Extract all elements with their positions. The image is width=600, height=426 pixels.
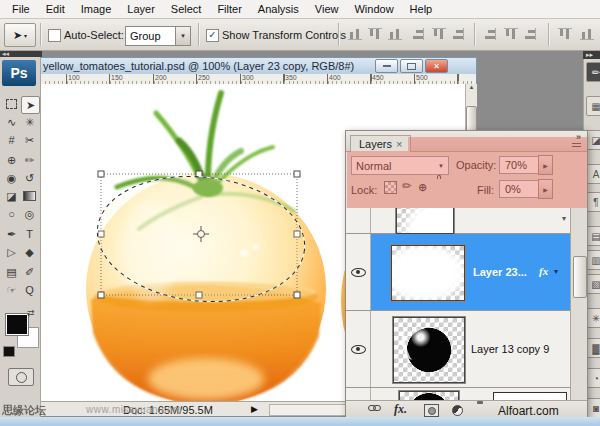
dock-paragraph-panel-icon[interactable]: ¶: [586, 192, 600, 212]
default-colors-icon[interactable]: [3, 346, 15, 357]
dock-clone-source-panel-icon[interactable]: ▦: [586, 96, 600, 116]
layer-thumbnail[interactable]: [399, 391, 459, 400]
tool-pen[interactable]: ✒: [3, 226, 20, 242]
scroll-up-icon[interactable]: ▲: [469, 84, 475, 90]
tool-eyedropper[interactable]: ✐: [21, 264, 38, 280]
menu-layer[interactable]: Layer: [119, 3, 163, 15]
menu-window[interactable]: Window: [346, 3, 401, 15]
transform-handle[interactable]: [294, 292, 300, 298]
swap-colors-icon[interactable]: ⇄: [27, 308, 35, 318]
tool-path-selection[interactable]: ▷: [3, 244, 20, 260]
layer-name[interactable]: Layer 13 copy 9: [471, 343, 549, 355]
dock-info-panel-icon[interactable]: ▧: [586, 274, 600, 294]
visibility-column[interactable]: [346, 311, 371, 387]
distribute-bottom-edges-button[interactable]: [524, 28, 538, 40]
quick-mask-mode-button[interactable]: [8, 368, 34, 386]
dock-history-panel-icon[interactable]: ◔: [586, 368, 600, 388]
layers-tab[interactable]: Layers ×: [350, 135, 411, 152]
layer-thumbnail[interactable]: [396, 208, 454, 234]
distribute-left-edges-button[interactable]: [558, 28, 572, 40]
opacity-value-field[interactable]: 70%: [499, 156, 542, 174]
show-transform-controls-checkbox[interactable]: ✓: [206, 29, 219, 42]
tab-close-icon[interactable]: ×: [396, 138, 402, 150]
tool-eraser[interactable]: ◪: [3, 188, 20, 204]
lock-position-icon[interactable]: ⊕: [418, 181, 427, 194]
tool-lasso[interactable]: ∿: [3, 114, 20, 130]
dock-collapse-grip[interactable]: ▸▸: [583, 50, 600, 59]
layer-thumbnail[interactable]: [391, 245, 465, 301]
maximize-button[interactable]: [400, 59, 423, 73]
layer-style-icon[interactable]: fx.: [394, 402, 407, 417]
menu-filter[interactable]: Filter: [209, 3, 249, 15]
auto-select-checkbox[interactable]: [48, 29, 61, 42]
dock-actions-panel-icon[interactable]: ✳: [586, 308, 600, 328]
layer-name-box[interactable]: [493, 392, 567, 400]
tool-notes[interactable]: ▤: [3, 264, 20, 280]
layer-thumbnail[interactable]: [393, 317, 465, 383]
dock-styles-panel-icon[interactable]: ▤: [586, 226, 600, 246]
layer-fx-badge[interactable]: fx: [539, 265, 548, 277]
add-layer-mask-icon[interactable]: [424, 404, 439, 417]
tool-type[interactable]: T: [21, 226, 38, 242]
tool-rectangular-marquee[interactable]: [3, 96, 20, 112]
menu-view[interactable]: View: [307, 3, 347, 15]
close-button[interactable]: ✕: [425, 59, 448, 73]
row-arrow-icon[interactable]: ▾: [562, 214, 566, 223]
status-options-arrow[interactable]: ▶: [251, 404, 258, 414]
visibility-eye-icon[interactable]: [351, 342, 366, 355]
dock-histogram-panel-icon[interactable]: ▓: [586, 338, 600, 358]
lock-paint-icon[interactable]: ✏: [402, 179, 412, 193]
layer-row[interactable]: Layer 13 copy 9: [346, 311, 570, 388]
align-top-edges-button[interactable]: [348, 28, 362, 40]
tool-gradient[interactable]: [21, 188, 38, 204]
blend-mode-dropdown[interactable]: Normal ▼: [351, 156, 449, 175]
align-bottom-edges-button[interactable]: [388, 28, 402, 40]
toolbar-collapse-grip[interactable]: ◂◂: [0, 50, 42, 57]
transform-handle[interactable]: [294, 171, 300, 177]
visibility-column[interactable]: [346, 208, 371, 233]
menu-help[interactable]: Help: [402, 3, 441, 15]
adjustment-layer-icon[interactable]: [452, 405, 463, 416]
lock-transparency-icon[interactable]: [384, 181, 397, 194]
tool-brush[interactable]: ✏: [21, 152, 38, 168]
move-tool-preset-button[interactable]: ➤ ▾: [4, 23, 36, 47]
layer-row-partial-top[interactable]: ▾: [346, 208, 570, 234]
align-vertical-centers-button[interactable]: [368, 28, 382, 40]
dock-navigator-panel-icon[interactable]: ◙: [586, 398, 600, 418]
dock-swatches-panel-icon[interactable]: ▥: [586, 250, 600, 270]
visibility-column[interactable]: [346, 388, 371, 400]
tool-clone-stamp[interactable]: ◉: [3, 170, 20, 186]
align-left-edges-button[interactable]: [412, 28, 426, 40]
tool-slice[interactable]: ✂: [21, 132, 38, 148]
tool-zoom[interactable]: Q: [21, 282, 38, 298]
tool-custom-shape[interactable]: ◆: [21, 244, 38, 260]
panel-menu-icon[interactable]: [572, 141, 583, 149]
dock-layer-comps-panel-icon[interactable]: ◪: [586, 130, 600, 150]
dock-character-panel-icon[interactable]: A: [586, 164, 600, 184]
fill-spinner-button[interactable]: ▶: [538, 179, 553, 199]
tool-magic-wand[interactable]: ✳: [21, 114, 38, 130]
menu-image[interactable]: Image: [73, 3, 120, 15]
transform-handle[interactable]: [98, 292, 104, 298]
tool-crop[interactable]: #: [3, 132, 20, 148]
menu-select[interactable]: Select: [163, 3, 210, 15]
tool-blur[interactable]: ○: [3, 206, 20, 222]
dock-brushes-panel-icon[interactable]: ✏: [586, 62, 600, 82]
opacity-spinner-button[interactable]: ▶: [538, 155, 553, 175]
visibility-column[interactable]: [346, 234, 371, 310]
distribute-vertical-centers-button[interactable]: [504, 28, 518, 40]
tool-dodge[interactable]: ◎: [21, 206, 38, 222]
fx-expand-arrow-icon[interactable]: ▾: [554, 267, 558, 276]
layers-scroll-thumb[interactable]: [573, 256, 587, 298]
menu-edit[interactable]: Edit: [38, 3, 73, 15]
align-right-edges-button[interactable]: [452, 28, 466, 40]
layers-panel-header[interactable]: Layers × »: [346, 131, 587, 152]
fill-value-field[interactable]: 0%: [499, 180, 542, 198]
menu-analysis[interactable]: Analysis: [250, 3, 307, 15]
dropdown-arrow-icon[interactable]: ▼: [175, 27, 190, 45]
layers-scrollbar[interactable]: [570, 208, 587, 400]
auto-select-mode-dropdown[interactable]: Group ▼: [125, 26, 191, 46]
distribute-top-edges-button[interactable]: [484, 28, 498, 40]
minimize-button[interactable]: [375, 59, 398, 73]
layer-row-selected[interactable]: Layer 23... fx ▾: [346, 234, 570, 311]
